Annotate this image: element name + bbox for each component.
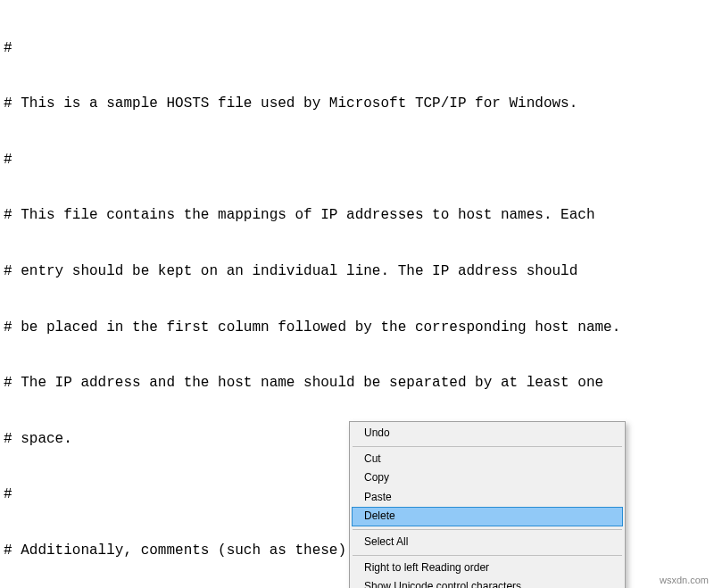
menu-copy[interactable]: Copy bbox=[352, 468, 623, 488]
hosts-line: # The IP address and the host name shoul… bbox=[4, 374, 710, 393]
menu-delete[interactable]: Delete bbox=[352, 507, 623, 526]
hosts-line: # be placed in the first column followed… bbox=[4, 319, 710, 337]
menu-show-unicode[interactable]: Show Unicode control characters bbox=[352, 577, 623, 588]
menu-separator bbox=[353, 446, 622, 447]
menu-separator bbox=[353, 529, 622, 530]
menu-select-all[interactable]: Select All bbox=[352, 533, 623, 552]
hosts-line: # entry should be kept on an individual … bbox=[4, 262, 710, 281]
menu-rtl-reading[interactable]: Right to left Reading order bbox=[352, 559, 623, 578]
hosts-line: # This is a sample HOSTS file used by Mi… bbox=[4, 95, 710, 113]
menu-separator bbox=[353, 555, 622, 556]
watermark-text: wsxdn.com bbox=[660, 574, 709, 586]
hosts-line: # bbox=[4, 151, 710, 170]
context-menu: Undo Cut Copy Paste Delete Select All Ri… bbox=[349, 421, 626, 588]
menu-paste[interactable]: Paste bbox=[352, 488, 623, 508]
hosts-line: # bbox=[4, 39, 710, 58]
menu-undo[interactable]: Undo bbox=[352, 424, 623, 443]
hosts-line: # This file contains the mappings of IP … bbox=[4, 206, 710, 225]
menu-cut[interactable]: Cut bbox=[352, 450, 623, 469]
